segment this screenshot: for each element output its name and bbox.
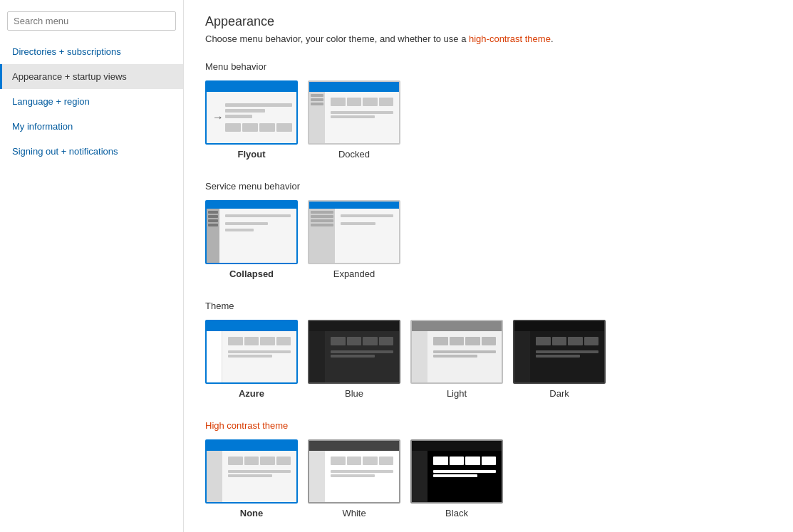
hc-white-card[interactable]: White (308, 439, 400, 518)
mock-topbar (412, 441, 502, 451)
mock-grid (225, 454, 294, 468)
mock-tile (228, 337, 243, 345)
blue-label: Blue (345, 388, 363, 399)
mock-topbar (207, 441, 296, 451)
expanded-label: Expanded (333, 268, 375, 279)
mock-topbar (514, 321, 604, 331)
sidebar-item-appearance[interactable]: Appearance + startup views (0, 64, 183, 89)
mock-tile (433, 337, 448, 345)
collapsed-label: Collapsed (229, 268, 274, 279)
dark-theme-card[interactable]: Dark (513, 320, 606, 399)
high-contrast-label: High contrast theme (205, 420, 772, 431)
mock-lines (225, 470, 294, 477)
mock-grid (328, 454, 396, 468)
mock-topbar (309, 202, 399, 209)
mock-tile (482, 457, 497, 465)
high-contrast-cards: None (205, 439, 772, 518)
service-menu-section: Service menu behavior (205, 181, 772, 279)
main-content: Appearance Choose menu behavior, your co… (184, 0, 793, 532)
docked-label: Docked (338, 149, 370, 160)
hc-black-label: Black (445, 508, 468, 518)
mock-line (331, 350, 393, 353)
mock-line (331, 355, 375, 358)
hc-none-card[interactable]: None (205, 439, 298, 518)
mock-tile (482, 337, 497, 345)
mock-line (341, 214, 393, 217)
mock-line (433, 350, 496, 353)
expanded-card[interactable]: Expanded (308, 200, 400, 279)
sidebar-item-myinfo[interactable]: My information (0, 114, 183, 139)
mock-topbar (412, 321, 502, 331)
mock-tile (379, 457, 394, 465)
mock-body (207, 209, 296, 263)
light-theme-card[interactable]: Light (410, 320, 503, 399)
mock-body (207, 331, 296, 382)
s-line (208, 215, 218, 218)
docked-card[interactable]: Docked (308, 80, 400, 160)
flyout-card-img: → (205, 80, 298, 145)
mock-sidebar (207, 331, 222, 382)
mock-grid (225, 123, 292, 132)
mock-line (228, 355, 272, 358)
mock-tile (244, 337, 259, 345)
azure-theme-card[interactable]: Azure (205, 320, 298, 399)
s-line (311, 224, 333, 226)
mock-tile (259, 123, 275, 132)
blue-theme-card[interactable]: Blue (308, 320, 400, 399)
mock-content (219, 209, 296, 263)
mock-tile (450, 337, 465, 345)
mock-tile (331, 337, 346, 345)
mock-line (536, 350, 598, 353)
mock-content (222, 451, 296, 502)
high-contrast-link[interactable]: high-contrast theme (469, 33, 551, 44)
dark-card-img (513, 320, 606, 384)
theme-label: Theme (205, 301, 772, 311)
mock-body (207, 451, 296, 502)
flyout-card[interactable]: → (205, 80, 298, 160)
mock-grid (328, 334, 396, 348)
mock-lines (328, 470, 396, 477)
mock-line (225, 109, 265, 113)
mock-tile (276, 457, 291, 465)
mock-line (331, 115, 375, 118)
mock-tile (242, 123, 258, 132)
hc-white-label: White (342, 508, 366, 518)
mock-lines (225, 350, 294, 358)
mock-tile (260, 337, 275, 345)
mock-grid (430, 334, 499, 348)
mock-topbar (309, 82, 399, 92)
mock-sidebar (309, 451, 325, 502)
mock-line (536, 355, 580, 358)
sidebar: Directories + subscriptions Appearance +… (0, 0, 184, 532)
collapsed-card[interactable]: Collapsed (205, 200, 298, 279)
mock-sidebar (412, 451, 427, 502)
mock-lines (533, 350, 601, 358)
mock-content (427, 331, 502, 382)
mock-line (228, 350, 291, 353)
mock-tile (568, 337, 583, 345)
mock-topbar (207, 321, 296, 331)
light-card-img (410, 320, 503, 384)
hc-black-card[interactable]: Black (410, 439, 503, 518)
mock-tile (363, 337, 378, 345)
sidebar-item-signout[interactable]: Signing out + notifications (0, 139, 183, 164)
mock-lines (430, 350, 499, 358)
mock-tile (465, 337, 480, 345)
mock-content (530, 331, 604, 382)
mock-tile (244, 457, 259, 465)
mock-lines (328, 350, 396, 358)
mock-sidebar-expanded (309, 209, 335, 263)
mock-tile (379, 98, 394, 106)
mock-topbar (309, 441, 399, 451)
s-line (311, 103, 323, 105)
sidebar-item-directories[interactable]: Directories + subscriptions (0, 39, 183, 64)
mock-line (225, 115, 252, 118)
mock-sidebar (514, 331, 530, 382)
page-title: Appearance (205, 14, 772, 29)
mock-line (433, 470, 496, 473)
azure-card-img (205, 320, 298, 384)
sidebar-item-language[interactable]: Language + region (0, 89, 183, 114)
mock-tile (225, 123, 241, 132)
mock-lines (328, 111, 396, 118)
search-input[interactable] (7, 11, 176, 31)
